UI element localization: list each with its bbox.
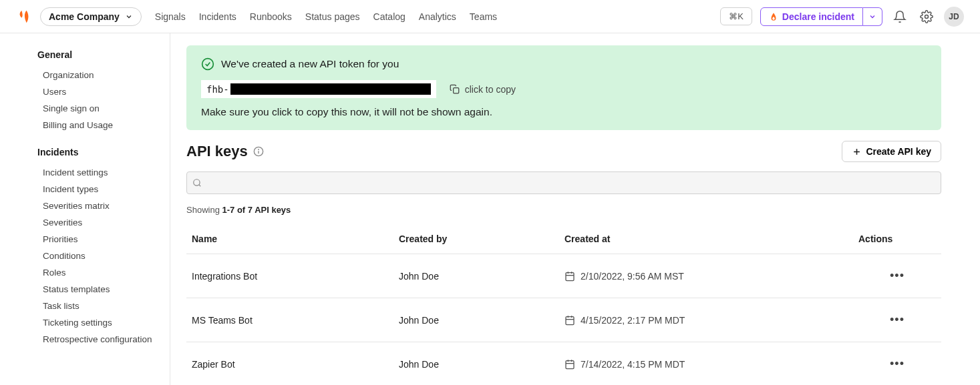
declare-label: Declare incident bbox=[782, 11, 854, 22]
notifications-button[interactable] bbox=[890, 7, 909, 26]
nav-incidents[interactable]: Incidents bbox=[199, 11, 236, 22]
sidebar-item-priorities[interactable]: Priorities bbox=[37, 231, 170, 248]
col-created-by: Created by bbox=[393, 224, 559, 254]
declare-incident-group: Declare incident bbox=[760, 7, 882, 26]
sidebar-item-organization[interactable]: Organization bbox=[37, 67, 170, 83]
nav-teams[interactable]: Teams bbox=[470, 11, 497, 22]
svg-line-9 bbox=[199, 185, 201, 187]
table-row: Zapier Bot John Doe 7/14/2022, 4:15 PM M… bbox=[186, 342, 941, 386]
nav-links: Signals Incidents Runbooks Status pages … bbox=[155, 11, 497, 22]
search-icon bbox=[192, 178, 202, 187]
banner-title: We've created a new API token for you bbox=[221, 58, 399, 70]
nav-runbooks[interactable]: Runbooks bbox=[250, 11, 292, 22]
calendar-icon bbox=[564, 359, 575, 370]
cell-created-by: John Doe bbox=[393, 254, 559, 298]
api-keys-table: Name Created by Created at Actions Integ… bbox=[186, 224, 941, 385]
banner-note: Make sure you click to copy this now, it… bbox=[201, 106, 927, 118]
chevron-down-icon bbox=[868, 13, 876, 21]
check-circle-icon bbox=[201, 57, 214, 71]
cmd-key-label: ⌘K bbox=[729, 11, 744, 21]
copy-token-button[interactable]: click to copy bbox=[450, 84, 516, 95]
sidebar-item-task-lists[interactable]: Task lists bbox=[37, 298, 170, 314]
fire-icon bbox=[769, 12, 778, 21]
col-name: Name bbox=[186, 224, 393, 254]
user-avatar[interactable]: JD bbox=[944, 7, 964, 27]
gear-icon bbox=[920, 10, 933, 23]
sidebar-item-severities[interactable]: Severities bbox=[37, 214, 170, 231]
cell-actions: ••• bbox=[853, 254, 941, 298]
sidebar-item-incident-types[interactable]: Incident types bbox=[37, 181, 170, 198]
main-content: We've created a new API token for you fh… bbox=[170, 33, 980, 385]
cell-actions: ••• bbox=[853, 298, 941, 342]
svg-rect-18 bbox=[566, 360, 574, 368]
declare-incident-dropdown[interactable] bbox=[863, 7, 882, 26]
sidebar-item-retrospective-config[interactable]: Retrospective configuration bbox=[37, 331, 170, 348]
info-icon[interactable] bbox=[253, 146, 264, 157]
company-selector[interactable]: Acme Company bbox=[40, 7, 142, 26]
sidebar-section-incidents: Incidents bbox=[37, 147, 170, 157]
svg-point-1 bbox=[202, 59, 214, 70]
page-title: API keys bbox=[186, 143, 248, 160]
settings-button[interactable] bbox=[917, 7, 936, 26]
page-header: API keys Create API key bbox=[186, 141, 941, 162]
col-created-at: Created at bbox=[559, 224, 853, 254]
calendar-icon bbox=[564, 271, 575, 282]
row-actions-button[interactable]: ••• bbox=[887, 310, 907, 330]
chevron-down-icon bbox=[125, 13, 133, 21]
sidebar-item-ticketing-settings[interactable]: Ticketing settings bbox=[37, 314, 170, 331]
svg-rect-14 bbox=[566, 316, 574, 324]
showing-count: Showing 1-7 of 7 API keys bbox=[186, 205, 941, 215]
create-btn-label: Create API key bbox=[866, 146, 931, 157]
date-text: 4/15/2022, 2:17 PM MDT bbox=[581, 315, 685, 326]
table-row: MS Teams Bot John Doe 4/15/2022, 2:17 PM… bbox=[186, 298, 941, 342]
search-input[interactable] bbox=[186, 171, 941, 194]
row-actions-button[interactable]: ••• bbox=[887, 354, 907, 374]
nav-catalog[interactable]: Catalog bbox=[373, 11, 405, 22]
sidebar-item-users[interactable]: Users bbox=[37, 83, 170, 100]
cell-actions: ••• bbox=[853, 342, 941, 386]
sidebar: General Organization Users Single sign o… bbox=[0, 33, 170, 385]
calendar-icon bbox=[564, 315, 575, 326]
svg-rect-10 bbox=[566, 272, 574, 280]
sidebar-item-incident-settings[interactable]: Incident settings bbox=[37, 164, 170, 181]
sidebar-item-status-templates[interactable]: Status templates bbox=[37, 281, 170, 298]
create-api-key-button[interactable]: Create API key bbox=[842, 141, 941, 162]
cell-created-by: John Doe bbox=[393, 298, 559, 342]
sidebar-item-conditions[interactable]: Conditions bbox=[37, 248, 170, 264]
sidebar-item-severities-matrix[interactable]: Severities matrix bbox=[37, 198, 170, 214]
nav-status-pages[interactable]: Status pages bbox=[305, 11, 360, 22]
date-text: 2/10/2022, 9:56 AM MST bbox=[581, 271, 684, 282]
cell-created-by: John Doe bbox=[393, 342, 559, 386]
cell-name: Integrations Bot bbox=[186, 254, 393, 298]
row-actions-button[interactable]: ••• bbox=[887, 266, 907, 286]
avatar-initials: JD bbox=[949, 12, 959, 21]
showing-prefix: Showing bbox=[186, 205, 222, 215]
api-token-value: fhb- bbox=[201, 80, 436, 98]
nav-signals[interactable]: Signals bbox=[155, 11, 186, 22]
sidebar-item-billing[interactable]: Billing and Usage bbox=[37, 117, 170, 133]
sidebar-item-sso[interactable]: Single sign on bbox=[37, 100, 170, 117]
company-name: Acme Company bbox=[49, 11, 120, 22]
svg-rect-2 bbox=[453, 88, 458, 93]
copy-label: click to copy bbox=[465, 84, 516, 95]
cell-name: Zapier Bot bbox=[186, 342, 393, 386]
declare-incident-button[interactable]: Declare incident bbox=[760, 7, 863, 26]
bell-icon bbox=[893, 10, 907, 23]
showing-bold: 1-7 of 7 API keys bbox=[222, 205, 291, 215]
date-text: 7/14/2022, 4:15 PM MDT bbox=[581, 359, 685, 370]
api-token-banner: We've created a new API token for you fh… bbox=[186, 45, 941, 130]
command-palette-button[interactable]: ⌘K bbox=[720, 7, 752, 25]
sidebar-item-roles[interactable]: Roles bbox=[37, 264, 170, 281]
svg-point-5 bbox=[258, 149, 259, 150]
app-logo bbox=[16, 9, 32, 25]
cell-created-at: 2/10/2022, 9:56 AM MST bbox=[559, 254, 853, 298]
col-actions: Actions bbox=[853, 224, 941, 254]
copy-icon bbox=[450, 84, 460, 94]
svg-point-8 bbox=[194, 179, 200, 185]
plus-icon bbox=[852, 147, 862, 157]
nav-analytics[interactable]: Analytics bbox=[419, 11, 456, 22]
cell-created-at: 4/15/2022, 2:17 PM MDT bbox=[559, 298, 853, 342]
search-box bbox=[186, 171, 941, 194]
svg-point-0 bbox=[925, 15, 929, 18]
table-row: Integrations Bot John Doe 2/10/2022, 9:5… bbox=[186, 254, 941, 298]
